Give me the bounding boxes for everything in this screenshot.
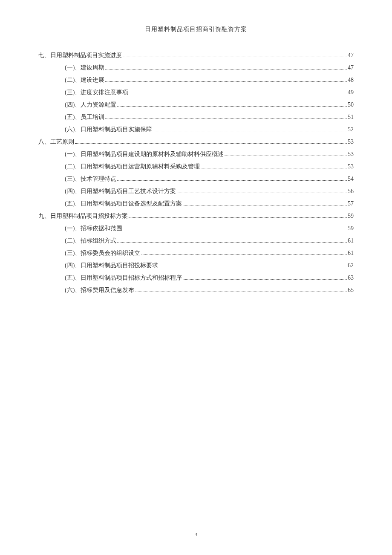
toc-entry: (一)、建设周期 47 [38,62,354,74]
toc-entry: (五)、日用塑料制品项目设备选型及配置方案 57 [38,198,354,210]
page-title: 日用塑料制品项目招商引资融资方案 [38,26,354,33]
toc-label: (五)、日用塑料制品项目招标方式和招标程序 [65,272,182,284]
toc-page-number: 59 [348,210,354,222]
toc-dots [117,242,347,243]
toc-dots [225,156,347,156]
toc-page-number: 61 [348,247,354,259]
toc-page-number: 53 [348,148,354,160]
toc-dots [75,143,347,144]
toc-dots [201,168,347,168]
toc-dots [123,57,347,57]
toc-entry: (六)、招标费用及信息发布 65 [38,284,354,296]
toc-page-number: 62 [348,260,354,272]
toc-dots [105,119,347,119]
toc-label: 九、日用塑料制品项目招投标方案 [38,210,128,222]
toc-dots [135,292,347,292]
toc-label: (二)、招标组织方式 [65,235,116,247]
toc-dots [105,69,347,69]
toc-entry: (三)、技术管理特点 54 [38,173,354,185]
toc-label: (二)、建设进展 [65,74,104,86]
toc-dots [153,131,347,131]
toc-dots [123,230,347,230]
toc-label: (一)、招标依据和范围 [65,223,122,234]
toc-page-number: 47 [348,62,354,74]
toc-entry: (一)、招标依据和范围 59 [38,223,354,234]
toc-label: (四)、日用塑料制品项目招投标要求 [65,260,158,272]
toc-label: (三)、招标委员会的组织设立 [65,247,140,259]
toc-entry: (四)、日用塑料制品项目招投标要求 62 [38,260,354,272]
toc-label: (一)、建设周期 [65,62,104,74]
toc-label: (五)、日用塑料制品项目设备选型及配置方案 [65,198,182,210]
toc-page-number: 53 [348,136,354,148]
toc-entry: 八、工艺原则 53 [38,136,354,148]
toc-entry: 七、日用塑料制品项目实施进度 47 [38,49,354,61]
toc-dots [129,217,347,218]
toc-page-number: 59 [348,223,354,234]
toc-label: (六)、招标费用及信息发布 [65,284,134,296]
toc-label: (六)、日用塑料制品项目实施保障 [65,124,152,136]
toc-dots [129,94,347,94]
toc-entry: (五)、日用塑料制品项目招标方式和招标程序 63 [38,272,354,284]
toc-label: (一)、日用塑料制品项目建设期的原材料及辅助材料供应概述 [65,148,224,160]
toc-page-number: 56 [348,185,354,197]
toc-entry: (三)、进度安排注意事项 49 [38,87,354,98]
toc-dots [183,205,347,205]
toc-label: 七、日用塑料制品项目实施进度 [38,49,122,61]
toc-page-number: 65 [348,284,354,296]
toc-label: (三)、技术管理特点 [65,173,116,185]
toc-entry: (四)、人力资源配置 50 [38,99,354,111]
toc-page-number: 52 [348,124,354,136]
document-page: 日用塑料制品项目招商引资融资方案 七、日用塑料制品项目实施进度 47 (一)、建… [0,0,392,314]
toc-dots [117,180,347,181]
toc-page-number: 63 [348,272,354,284]
toc-dots [177,193,347,193]
toc-label: (四)、日用塑料制品项目工艺技术设计方案 [65,185,176,197]
toc-page-number: 50 [348,99,354,111]
toc-entry: (四)、日用塑料制品项目工艺技术设计方案 56 [38,185,354,197]
toc-page-number: 54 [348,173,354,185]
table-of-contents: 七、日用塑料制品项目实施进度 47 (一)、建设周期 47 (二)、建设进展 4… [38,49,354,296]
toc-entry: (一)、日用塑料制品项目建设期的原材料及辅助材料供应概述 53 [38,148,354,160]
toc-entry: (六)、日用塑料制品项目实施保障 52 [38,124,354,136]
toc-label: (四)、人力资源配置 [65,99,116,111]
toc-page-number: 49 [348,87,354,98]
toc-dots [183,279,347,280]
toc-page-number: 48 [348,74,354,86]
toc-entry: (二)、招标组织方式 61 [38,235,354,247]
toc-entry: 九、日用塑料制品项目招投标方案 59 [38,210,354,222]
toc-dots [105,81,347,82]
toc-page-number: 57 [348,198,354,210]
toc-entry: (三)、招标委员会的组织设立 61 [38,247,354,259]
toc-page-number: 47 [348,49,354,61]
toc-dots [159,267,347,267]
toc-page-number: 61 [348,235,354,247]
toc-entry: (五)、员工培训 51 [38,111,354,123]
toc-dots [117,106,347,107]
toc-page-number: 51 [348,111,354,123]
toc-entry: (二)、日用塑料制品项目运营期原辅材料采购及管理 53 [38,161,354,173]
footer-page-number: 3 [0,531,392,538]
toc-label: 八、工艺原则 [38,136,74,148]
toc-label: (五)、员工培训 [65,111,104,123]
toc-label: (二)、日用塑料制品项目运营期原辅材料采购及管理 [65,161,200,173]
toc-page-number: 53 [348,161,354,173]
toc-dots [141,254,347,255]
toc-entry: (二)、建设进展 48 [38,74,354,86]
toc-label: (三)、进度安排注意事项 [65,87,128,98]
